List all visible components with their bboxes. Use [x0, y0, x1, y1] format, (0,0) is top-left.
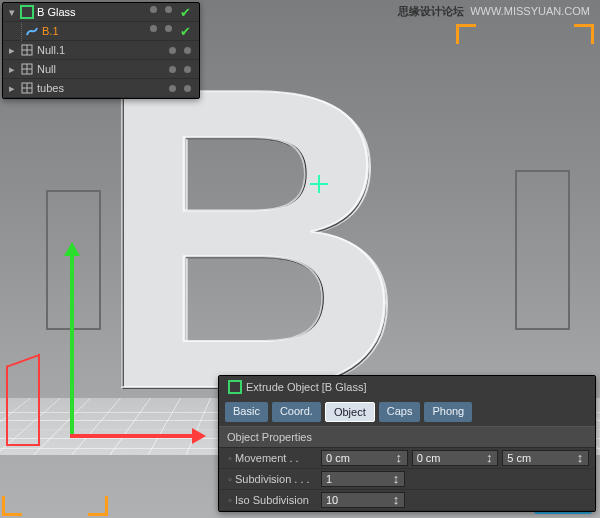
om-label[interactable]: B Glass [37, 5, 76, 19]
tree-expand-icon[interactable]: ▸ [7, 62, 17, 76]
prop-subdivision: ◦ Subdivision . . . 1↕ [219, 469, 595, 490]
movement-y-field[interactable]: 0 cm↕ [412, 450, 499, 466]
visibility-dot-icon[interactable] [150, 25, 157, 32]
visibility-dot-icon[interactable] [169, 85, 176, 92]
selection-bracket-icon [88, 496, 108, 516]
render-dot-icon[interactable] [184, 85, 191, 92]
om-label[interactable]: B.1 [42, 24, 59, 38]
visibility-dot-icon[interactable] [150, 6, 157, 13]
render-dot-icon[interactable] [165, 25, 172, 32]
selection-bracket-icon [456, 24, 476, 44]
prop-iso: ◦ Iso Subdivision 10↕ [219, 490, 595, 511]
prop-label: Movement . . [235, 451, 321, 465]
nurbs-icon [20, 5, 34, 19]
attr-title: Extrude Object [B Glass] [246, 380, 366, 394]
attr-tabs: Basic Coord. Object Caps Phong [219, 398, 595, 426]
disclosure-icon[interactable]: ◦ [225, 451, 235, 465]
prop-label: Iso Subdivision [235, 493, 321, 507]
disclosure-icon[interactable]: ◦ [225, 472, 235, 486]
render-dot-icon[interactable] [184, 66, 191, 73]
spinner-icon[interactable]: ↕ [395, 454, 403, 462]
spline-icon [25, 24, 39, 38]
watermark-top: 思缘设计论坛 WWW.MISSYUAN.COM [398, 6, 590, 17]
object-manager-panel[interactable]: ▾ B Glass ✔ B.1 ✔ ▸ Null.1 ▸ [2, 2, 200, 99]
movement-x-field[interactable]: 0 cm↕ [321, 450, 408, 466]
tab-coord[interactable]: Coord. [272, 402, 321, 422]
watermark-top-cn: 思缘设计论坛 [398, 5, 464, 17]
om-row-null1[interactable]: ▸ Null.1 [3, 41, 199, 60]
camera-frustum-icon [6, 366, 40, 446]
om-label[interactable]: Null.1 [37, 43, 65, 57]
tree-collapse-icon[interactable]: ▾ [7, 5, 17, 19]
svg-rect-10 [229, 381, 241, 393]
om-label[interactable]: Null [37, 62, 56, 76]
om-row-b1[interactable]: B.1 ✔ [3, 22, 199, 41]
selection-bracket-icon [574, 24, 594, 44]
axis-x-icon[interactable] [70, 434, 200, 438]
axis-gizmo[interactable] [70, 248, 72, 438]
null-icon [20, 81, 34, 95]
tab-caps[interactable]: Caps [379, 402, 421, 422]
prop-label: Subdivision . . . [235, 472, 321, 486]
disclosure-icon[interactable]: ◦ [225, 493, 235, 507]
tab-object[interactable]: Object [325, 402, 375, 422]
enable-check-icon[interactable]: ✔ [180, 25, 191, 38]
watermark-top-url: WWW.MISSYUAN.COM [470, 5, 590, 17]
om-label[interactable]: tubes [37, 81, 64, 95]
om-row-bglass[interactable]: ▾ B Glass ✔ [3, 3, 199, 22]
attr-header: Extrude Object [B Glass] [219, 376, 595, 398]
prop-movement: ◦ Movement . . 0 cm↕ 0 cm↕ 5 cm↕ [219, 448, 595, 469]
render-dot-icon[interactable] [184, 47, 191, 54]
tab-phong[interactable]: Phong [424, 402, 472, 422]
visibility-dot-icon[interactable] [169, 47, 176, 54]
spinner-icon[interactable]: ↕ [576, 454, 584, 462]
subdivision-field[interactable]: 1↕ [321, 471, 405, 487]
selection-bracket-icon [2, 496, 22, 516]
attribute-panel[interactable]: Extrude Object [B Glass] Basic Coord. Ob… [218, 375, 596, 512]
render-dot-icon[interactable] [165, 6, 172, 13]
visibility-dot-icon[interactable] [169, 66, 176, 73]
scaffold-right [515, 170, 570, 330]
iso-field[interactable]: 10↕ [321, 492, 405, 508]
spinner-icon[interactable]: ↕ [392, 496, 400, 504]
tree-expand-icon[interactable]: ▸ [7, 81, 17, 95]
null-icon [20, 62, 34, 76]
section-title: Object Properties [219, 426, 595, 448]
svg-rect-0 [21, 6, 33, 18]
axis-center-cross-icon [310, 175, 328, 193]
spinner-icon[interactable]: ↕ [392, 475, 400, 483]
enable-check-icon[interactable]: ✔ [180, 6, 191, 19]
null-icon [20, 43, 34, 57]
spinner-icon[interactable]: ↕ [485, 454, 493, 462]
om-row-tubes[interactable]: ▸ tubes [3, 79, 199, 98]
axis-y-icon[interactable] [70, 248, 74, 438]
tab-basic[interactable]: Basic [225, 402, 268, 422]
movement-z-field[interactable]: 5 cm↕ [502, 450, 589, 466]
om-row-null[interactable]: ▸ Null [3, 60, 199, 79]
tree-expand-icon[interactable]: ▸ [7, 43, 17, 57]
nurbs-icon [228, 380, 242, 394]
